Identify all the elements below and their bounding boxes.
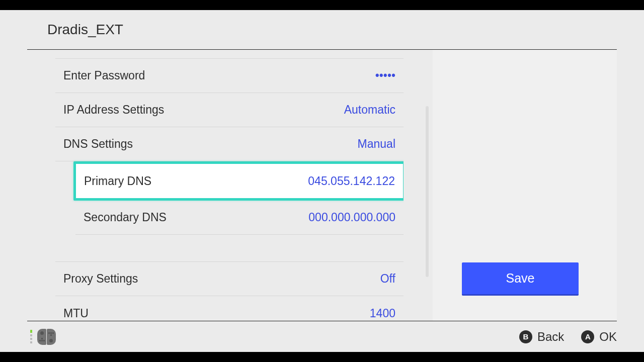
hint-back: B Back: [519, 330, 564, 344]
main-area: Security WPA2-PSK (AES) Enter Password •…: [0, 50, 644, 321]
screen: Dradis_EXT Security WPA2-PSK (AES) Enter…: [0, 10, 644, 352]
page-title: Dradis_EXT: [47, 22, 123, 38]
controller-status: [30, 329, 56, 345]
row-label: IP Address Settings: [63, 103, 164, 117]
row-label: Primary DNS: [84, 174, 151, 188]
settings-list[interactable]: Security WPA2-PSK (AES) Enter Password •…: [55, 50, 404, 321]
row-value: Manual: [358, 137, 395, 151]
row-label: MTU: [63, 307, 89, 320]
row-label: Proxy Settings: [63, 272, 138, 286]
side-pane: Save: [433, 50, 617, 321]
header: Dradis_EXT: [0, 10, 644, 49]
hint-label: OK: [599, 330, 617, 344]
footer-hints: B Back A OK: [519, 330, 617, 344]
settings-list-inner: Security WPA2-PSK (AES) Enter Password •…: [55, 50, 404, 321]
row-secondary-dns[interactable]: Secondary DNS 000.000.000.000: [75, 201, 404, 235]
row-dns-settings[interactable]: DNS Settings Manual: [55, 127, 404, 161]
row-label: Secondary DNS: [84, 211, 167, 224]
row-enter-password[interactable]: Enter Password •••••: [55, 59, 404, 93]
scrollbar[interactable]: [426, 106, 429, 277]
row-value: 1400: [370, 307, 395, 320]
player-led-icon: [30, 330, 32, 343]
controller-icon: [37, 329, 56, 345]
spacer: [55, 235, 404, 262]
a-button-icon: A: [581, 330, 594, 343]
row-value: Off: [380, 272, 395, 286]
row-value: Automatic: [344, 103, 395, 117]
row-primary-dns[interactable]: Primary DNS 045.055.142.122: [73, 161, 404, 201]
row-security[interactable]: Security WPA2-PSK (AES): [55, 50, 404, 59]
row-value: •••••: [375, 69, 395, 82]
save-button[interactable]: Save: [462, 262, 579, 296]
footer: B Back A OK: [0, 321, 644, 352]
row-mtu[interactable]: MTU 1400: [55, 296, 404, 321]
row-ip-address-settings[interactable]: IP Address Settings Automatic: [55, 93, 404, 127]
row-value: 000.000.000.000: [308, 211, 395, 224]
hint-ok: A OK: [581, 330, 617, 344]
hint-label: Back: [537, 330, 564, 344]
row-proxy-settings[interactable]: Proxy Settings Off: [55, 262, 404, 296]
row-label: Enter Password: [63, 69, 145, 82]
row-value: 045.055.142.122: [308, 174, 395, 188]
console-bezel: Dradis_EXT Security WPA2-PSK (AES) Enter…: [0, 0, 644, 362]
b-button-icon: B: [519, 330, 532, 343]
row-label: DNS Settings: [63, 137, 133, 151]
